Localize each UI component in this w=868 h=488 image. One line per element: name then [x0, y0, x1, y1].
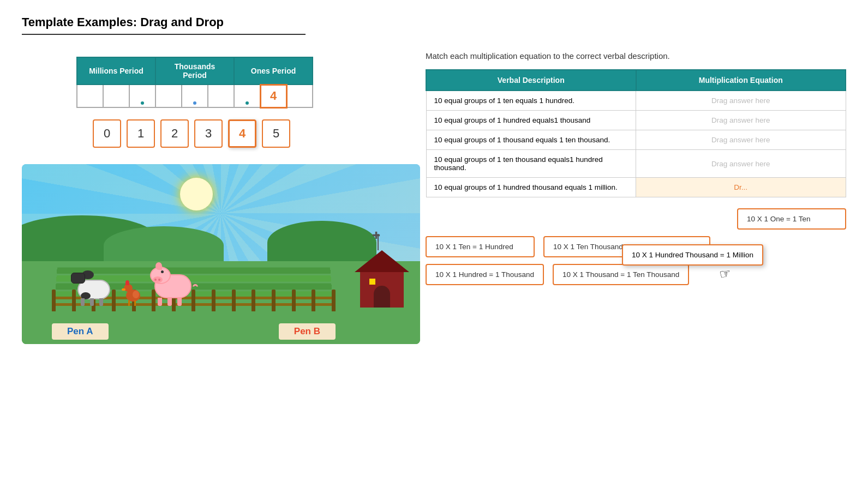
barn-door [374, 286, 390, 308]
verbal-header: Verbal Description [426, 70, 636, 91]
cell-1[interactable] [77, 85, 103, 107]
tile-4[interactable]: 4 [228, 119, 256, 148]
pen-b-label: Pen B [279, 323, 336, 340]
barn: ✚ [355, 253, 409, 308]
table-row: 10 equal groups of 1 thousand equals 1 t… [426, 130, 846, 150]
cow [71, 265, 117, 306]
match-instructions: Match each multiplication equation to th… [426, 51, 846, 61]
match-table: Verbal Description Multiplication Equati… [426, 69, 846, 197]
weathervane: ✚ [378, 234, 379, 250]
tile-1[interactable]: 1 [127, 119, 155, 148]
answer-card-tenthousand-hundredthousand[interactable]: 10 X 1 Ten Thousand = 1 Hundred Thousand [543, 236, 710, 257]
chicken [123, 278, 145, 306]
verbal-cell-2: 10 equal groups of 1 hundred equals1 tho… [426, 111, 636, 130]
barn-window [368, 278, 376, 286]
drop-zone-2[interactable]: Drag answer here [636, 111, 846, 130]
main-content: Millions Period Thousands Period Ones Pe… [0, 46, 868, 344]
left-section: Millions Period Thousands Period Ones Pe… [22, 46, 393, 344]
sun [180, 178, 213, 210]
pen-labels: Pen A Pen B [52, 323, 336, 340]
verbal-cell-4: 10 equal groups of 1 ten thousand equals… [426, 150, 636, 178]
place-value-container: Millions Period Thousands Period Ones Pe… [76, 57, 393, 109]
table-row: 10 equal groups of 1 hundred equals1 tho… [426, 111, 846, 130]
answer-cards-area: 10 X 1 One = 1 Ten 10 X 1 Ten = 1 Hundre… [426, 208, 846, 285]
cell-4[interactable] [155, 85, 182, 107]
cell-6[interactable] [208, 85, 234, 107]
farm-scene: ✚ [22, 164, 420, 344]
answer-cards-top: 10 X 1 One = 1 Ten [426, 208, 846, 230]
tile-3[interactable]: 3 [194, 119, 223, 148]
tile-2[interactable]: 2 [160, 119, 189, 148]
answer-card-hundred-thousand[interactable]: 10 X 1 Hundred = 1 Thousand [426, 264, 544, 285]
answer-card-ten-hundred[interactable]: 10 X 1 Ten = 1 Hundred [426, 236, 535, 257]
drop-zone-5[interactable]: Dr... [636, 178, 846, 197]
answer-card-one-ten[interactable]: 10 X 1 One = 1 Ten [737, 208, 846, 230]
cell-3[interactable] [129, 85, 155, 107]
verbal-cell-5: 10 equal groups of 1 hundred thousand eq… [426, 178, 636, 197]
tile-5[interactable]: 5 [262, 119, 290, 148]
verbal-cell-1: 10 equal groups of 1 ten equals 1 hundre… [426, 91, 636, 111]
table-row: 10 equal groups of 1 hundred thousand eq… [426, 178, 846, 197]
answer-cards-bottom: 10 X 1 Hundred = 1 Thousand 10 X 1 Thous… [426, 264, 846, 285]
page-title: Template Examples: Drag and Drop [0, 0, 868, 34]
pen-a-label: Pen A [52, 323, 109, 340]
answer-cards-middle: 10 X 1 Ten = 1 Hundred 10 X 1 Ten Thousa… [426, 236, 846, 257]
right-section: Match each multiplication equation to th… [426, 46, 846, 344]
pig [150, 262, 199, 306]
hill-2 [104, 226, 224, 264]
cell-5[interactable] [182, 85, 208, 107]
ground: ✚ [22, 261, 420, 344]
thousands-period-header: Thousands Period [155, 57, 234, 85]
cell-2[interactable] [103, 85, 129, 107]
drop-zone-1[interactable]: Drag answer here [636, 91, 846, 111]
equation-header: Multiplication Equation [636, 70, 846, 91]
millions-period-header: Millions Period [77, 57, 155, 85]
ones-period-header: Ones Period [234, 57, 313, 85]
cell-7[interactable] [234, 85, 260, 107]
barn-body [360, 272, 404, 308]
active-cell[interactable]: 4 [260, 85, 286, 107]
title-divider [22, 34, 306, 35]
drop-zone-4[interactable]: Drag answer here [636, 150, 846, 178]
place-value-table: Millions Period Thousands Period Ones Pe… [76, 57, 313, 109]
cell-9[interactable] [286, 85, 313, 107]
table-row: 10 equal groups of 1 ten equals 1 hundre… [426, 91, 846, 111]
animals-area [71, 262, 199, 306]
tile-0[interactable]: 0 [93, 119, 121, 148]
answer-card-thousand-tenthousand[interactable]: 10 X 1 Thousand = 1 Ten Thousand [553, 264, 689, 285]
verbal-cell-3: 10 equal groups of 1 thousand equals 1 t… [426, 130, 636, 150]
number-tiles-row: 0 1 2 3 4 5 [93, 119, 393, 148]
barn-roof [355, 250, 409, 272]
table-row: 10 equal groups of 1 ten thousand equals… [426, 150, 846, 178]
drop-zone-3[interactable]: Drag answer here [636, 130, 846, 150]
